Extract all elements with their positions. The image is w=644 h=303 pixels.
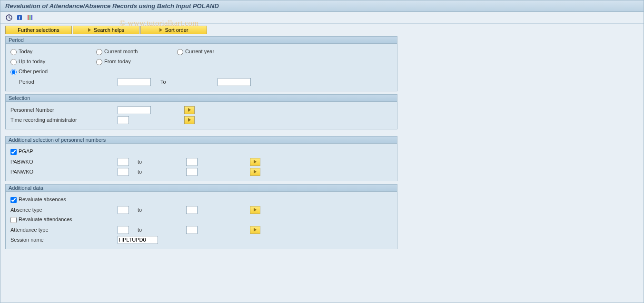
further-selections-button[interactable]: Further selections [5, 26, 72, 34]
revaluate-attendances-label: Revaluate attendances [19, 216, 72, 222]
arrow-right-icon [254, 228, 257, 232]
attendance-type-to-input[interactable] [186, 226, 198, 234]
variant-icon[interactable] [26, 14, 34, 21]
sort-order-label: Sort order [165, 27, 188, 33]
period-to-label: To [151, 79, 218, 85]
revaluate-absences-checkbox[interactable]: Revaluate absences [10, 196, 66, 203]
revaluate-absences-label: Revaluate absences [19, 196, 66, 202]
app-toolbar: i [0, 12, 644, 24]
pabwko-to-input[interactable] [186, 158, 198, 166]
selection-buttons-row: Further selections Search helps Sort ord… [0, 24, 644, 35]
radio-up-to-today-label: Up to today [19, 59, 45, 64]
radio-up-to-today[interactable]: Up to today [10, 59, 96, 65]
arrow-right-icon [159, 28, 162, 32]
radio-today-label: Today [19, 49, 32, 54]
radio-current-year[interactable]: Current year [177, 49, 258, 55]
period-to-input[interactable] [218, 78, 251, 86]
absence-type-label: Absence type [10, 207, 118, 213]
group-selection-title: Selection [6, 95, 397, 102]
search-helps-button[interactable]: Search helps [73, 26, 139, 34]
panwko-to-input[interactable] [186, 168, 198, 176]
group-period-title: Period [6, 37, 397, 44]
session-name-label: Session name [10, 237, 118, 243]
radio-current-year-label: Current year [185, 49, 214, 54]
group-additional-data: Additional data Revaluate absences Absen… [5, 184, 397, 249]
revaluate-attendances-checkbox[interactable]: Revaluate attendances [10, 216, 72, 223]
arrow-right-icon [188, 108, 191, 112]
attendance-type-multiselect-button[interactable] [250, 226, 260, 234]
arrow-right-icon [88, 28, 91, 32]
panwko-to-label: to [129, 169, 186, 175]
radio-other-period-label: Other period [19, 68, 48, 74]
timeadmin-label: Time recording administrator [10, 117, 118, 123]
pabwko-label: PABWKO [10, 159, 118, 165]
panwko-from-input[interactable] [118, 168, 129, 176]
pabwko-multiselect-button[interactable] [250, 158, 260, 166]
info-icon[interactable]: i [16, 14, 23, 21]
session-name-input[interactable] [118, 236, 158, 244]
absence-type-to-label: to [129, 207, 186, 213]
timeadmin-multiselect-button[interactable] [184, 116, 195, 124]
attendance-type-from-input[interactable] [118, 226, 129, 234]
group-addsel-title: Additional selection of personnel number… [6, 137, 397, 144]
group-additional-selection: Additional selection of personnel number… [5, 136, 397, 181]
attendance-type-to-label: to [129, 227, 186, 233]
panwko-label: PANWKO [10, 169, 118, 175]
period-label: Period [10, 79, 118, 85]
svg-rect-4 [30, 15, 30, 20]
app-window: Revaluation of Attendance/Absence Record… [0, 0, 644, 303]
arrow-right-icon [254, 170, 257, 174]
radio-from-today-label: From today [104, 59, 131, 64]
period-from-input[interactable] [118, 78, 151, 86]
further-selections-label: Further selections [18, 27, 59, 33]
timeadmin-input[interactable] [118, 116, 129, 124]
sort-order-button[interactable]: Sort order [140, 26, 207, 34]
arrow-right-icon [254, 160, 257, 164]
page-title: Revaluation of Attendance/Absence Record… [0, 0, 644, 12]
absence-type-from-input[interactable] [118, 206, 129, 214]
pernr-label: Personnel Number [10, 107, 118, 113]
pernr-input[interactable] [118, 106, 151, 114]
radio-current-month[interactable]: Current month [96, 49, 177, 55]
group-selection: Selection Personnel Number Time recordin… [5, 94, 397, 129]
panwko-multiselect-button[interactable] [250, 168, 260, 176]
svg-rect-3 [28, 15, 29, 20]
execute-icon[interactable] [5, 14, 13, 21]
search-helps-label: Search helps [94, 27, 124, 33]
radio-today[interactable]: Today [10, 49, 96, 55]
radio-from-today[interactable]: From today [96, 59, 177, 65]
pabwko-to-label: to [129, 159, 186, 165]
svg-rect-5 [31, 15, 32, 20]
attendance-type-label: Attendance type [10, 227, 118, 233]
arrow-right-icon [188, 118, 191, 122]
group-period: Period Today Current month Current year … [5, 36, 397, 91]
radio-current-month-label: Current month [104, 49, 138, 54]
pgap-checkbox[interactable]: PGAP [10, 148, 33, 155]
pernr-multiselect-button[interactable] [184, 106, 195, 114]
absence-type-to-input[interactable] [186, 206, 198, 214]
absence-type-multiselect-button[interactable] [250, 206, 260, 214]
pgap-label: PGAP [19, 148, 33, 154]
radio-other-period[interactable]: Other period [10, 68, 96, 75]
group-adddata-title: Additional data [6, 185, 397, 192]
svg-text:i: i [19, 15, 20, 20]
arrow-right-icon [254, 208, 257, 212]
pabwko-from-input[interactable] [118, 158, 129, 166]
